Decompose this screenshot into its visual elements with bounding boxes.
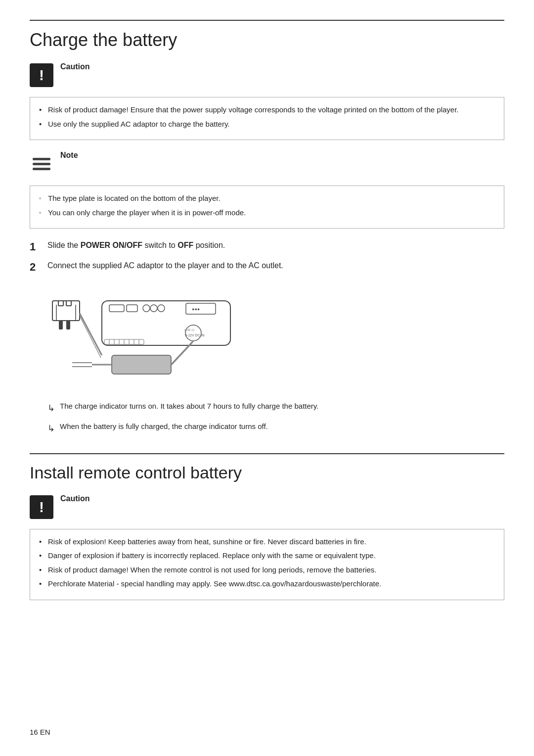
svg-line-7 xyxy=(80,313,102,355)
step-1: 1 Slide the POWER ON/OFF switch to OFF p… xyxy=(30,239,504,255)
step-num-1: 1 xyxy=(30,239,47,255)
svg-line-8 xyxy=(80,316,101,358)
note-content: The type plate is located on the bottom … xyxy=(30,186,504,229)
note-list: The type plate is located on the bottom … xyxy=(39,193,495,218)
svg-line-22 xyxy=(170,343,192,367)
note-line-1 xyxy=(33,158,50,160)
step-text-2: Connect the supplied AC adaptor to the p… xyxy=(47,260,283,272)
svg-point-17 xyxy=(185,325,201,341)
svg-rect-1 xyxy=(58,301,63,306)
note-icon-box xyxy=(30,152,53,176)
note-line-2 xyxy=(33,163,50,165)
exclamation-icon-2: ! xyxy=(39,500,44,515)
caution-list-2: Risk of explosion! Keep batteries away f… xyxy=(39,536,495,590)
caution-content-2: Risk of explosion! Keep batteries away f… xyxy=(30,529,504,600)
svg-point-13 xyxy=(150,305,157,312)
caution-list-1: Risk of product damage! Ensure that the … xyxy=(39,104,495,130)
caution-icon-2: ! xyxy=(30,495,53,519)
svg-text:9-12V DC IN: 9-12V DC IN xyxy=(185,333,205,337)
page-title-1: Charge the battery xyxy=(30,20,504,50)
caution-notice-1: ! Caution xyxy=(30,62,504,87)
caution-item-2-4: Perchlorate Material - special handling … xyxy=(39,578,495,590)
step-num-2: 2 xyxy=(30,260,47,275)
svg-point-12 xyxy=(143,305,150,312)
steps-section: 1 Slide the POWER ON/OFF switch to OFF p… xyxy=(30,239,504,275)
result-text-1: The charge indicator turns on. It takes … xyxy=(60,401,318,412)
page-title-2: Install remote control battery xyxy=(30,453,504,482)
caution-icon-1: ! xyxy=(30,63,53,87)
note-item-2: You can only charge the player when it i… xyxy=(39,207,495,219)
caution-item-1-2: Use only the supplied AC adaptor to char… xyxy=(39,119,495,130)
note-notice: Note xyxy=(30,151,504,176)
exclamation-icon: ! xyxy=(39,68,44,83)
result-arrow-1: ↳ xyxy=(47,402,55,415)
svg-rect-11 xyxy=(127,305,137,312)
svg-point-14 xyxy=(158,305,165,312)
result-item-2: ↳ When the battery is fully charged, the… xyxy=(47,421,504,435)
caution-label-1: Caution xyxy=(60,62,90,71)
diagram-area: ●●● ◇-⊙-◇ 9-12V DC IN xyxy=(47,286,504,390)
step1-bold1: POWER ON/OFF xyxy=(81,241,142,249)
note-lines-icon xyxy=(33,158,50,170)
svg-text:●●●: ●●● xyxy=(192,307,200,312)
caution-item-2-3: Risk of product damage! When the remote … xyxy=(39,565,495,576)
result-arrow-2: ↳ xyxy=(47,422,55,435)
caution-notice-2: ! Caution xyxy=(30,494,504,519)
page-footer: 16 EN xyxy=(30,728,50,736)
svg-line-21 xyxy=(171,341,193,365)
step1-bold2: OFF xyxy=(178,241,193,249)
results-section: ↳ The charge indicator turns on. It take… xyxy=(47,401,504,435)
connection-diagram: ●●● ◇-⊙-◇ 9-12V DC IN xyxy=(47,286,255,390)
result-item-1: ↳ The charge indicator turns on. It take… xyxy=(47,401,504,415)
svg-rect-10 xyxy=(109,305,124,312)
caution-label-2: Caution xyxy=(60,494,90,503)
svg-rect-6 xyxy=(66,321,70,330)
note-line-3 xyxy=(33,168,50,170)
svg-rect-2 xyxy=(66,301,71,306)
caution-content-1: Risk of product damage! Ensure that the … xyxy=(30,97,504,140)
svg-rect-9 xyxy=(102,301,230,345)
svg-rect-20 xyxy=(112,355,171,374)
svg-rect-5 xyxy=(59,321,63,330)
step-2: 2 Connect the supplied AC adaptor to the… xyxy=(30,260,504,275)
caution-item-2-1: Risk of explosion! Keep batteries away f… xyxy=(39,536,495,548)
caution-item-2-2: Danger of explosion if battery is incorr… xyxy=(39,550,495,562)
note-label: Note xyxy=(60,151,78,160)
step-text-1: Slide the POWER ON/OFF switch to OFF pos… xyxy=(47,239,225,251)
result-text-2: When the battery is fully charged, the c… xyxy=(60,421,268,432)
svg-rect-15 xyxy=(186,303,216,314)
svg-text:◇-⊙-◇: ◇-⊙-◇ xyxy=(184,328,195,331)
note-item-1: The type plate is located on the bottom … xyxy=(39,193,495,204)
caution-item-1-1: Risk of product damage! Ensure that the … xyxy=(39,104,495,116)
